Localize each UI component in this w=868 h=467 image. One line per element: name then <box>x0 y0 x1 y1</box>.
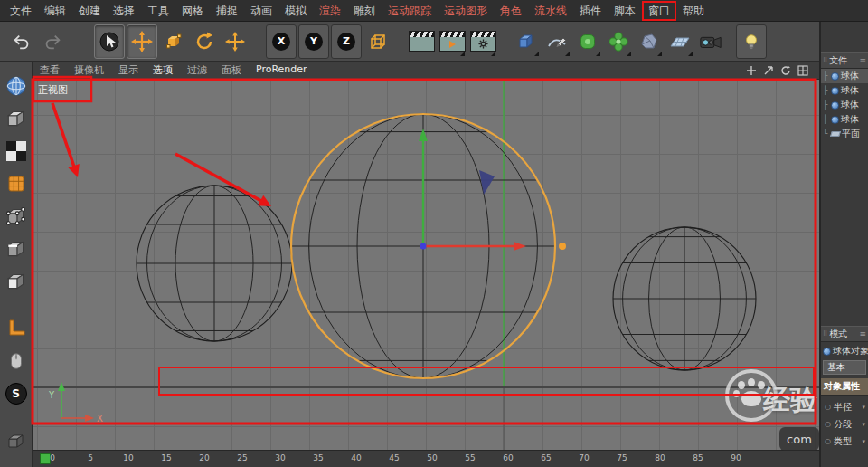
viewport[interactable]: 正视图 YX <box>33 80 819 450</box>
attribute-row[interactable]: ○半径▾ <box>821 398 868 415</box>
workplane-cube-icon <box>5 430 27 452</box>
object-tree-item[interactable]: ├球体 <box>821 83 868 98</box>
keyframe-dot-icon[interactable]: ○ <box>825 403 831 411</box>
lock-x-button[interactable]: X <box>266 24 297 59</box>
attribute-row[interactable]: ○分段▾ <box>821 415 868 433</box>
lock-y-button[interactable]: Y <box>298 24 329 59</box>
axis-mode-button[interactable] <box>3 315 30 342</box>
attribute-object-row[interactable]: 球体对象 <box>821 344 868 358</box>
scale-tool[interactable] <box>159 25 188 58</box>
uv-grid-button[interactable] <box>3 170 30 197</box>
panel-grip-icon[interactable]: ⠿ <box>823 57 827 64</box>
points-mode-button[interactable] <box>3 203 30 230</box>
object-tree-item[interactable]: ├球体 <box>821 112 868 127</box>
menubar-item[interactable]: 角色 <box>494 1 528 21</box>
live-selection-tool[interactable] <box>94 24 125 59</box>
viewport-menu-item[interactable]: 摄像机 <box>67 63 111 77</box>
menubar-item[interactable]: 模拟 <box>278 1 313 21</box>
chevron-down-icon[interactable]: ▾ <box>862 421 865 428</box>
workplane-button[interactable] <box>3 427 30 454</box>
menubar-item[interactable]: 雕刻 <box>347 1 382 21</box>
menubar-item[interactable]: 编辑 <box>38 1 72 21</box>
make-editable-button[interactable] <box>3 72 30 100</box>
viewport-menu-item[interactable]: 过滤 <box>180 63 214 77</box>
tab-basic[interactable]: 基本 <box>823 360 866 375</box>
menubar-item[interactable]: 插件 <box>573 1 608 21</box>
attribute-row[interactable]: ○类型▾ <box>821 433 868 450</box>
panel-menu-icon[interactable]: ≡ <box>859 56 866 65</box>
floor-button[interactable] <box>665 25 694 58</box>
redo-button[interactable] <box>38 25 67 58</box>
attribute-object-label: 球体对象 <box>833 345 868 357</box>
timeline-tick: 35 <box>313 453 323 462</box>
camera-button[interactable] <box>696 25 725 58</box>
object-manager-title: 文件 <box>829 54 847 67</box>
menubar-item[interactable]: 动画 <box>244 1 278 21</box>
object-label: 球体 <box>841 84 859 97</box>
viewport-nav <box>746 65 819 76</box>
coordinate-system-button[interactable] <box>363 25 392 58</box>
object-tree-item[interactable]: ├球体 <box>821 69 868 83</box>
viewport-menu-items: 查看摄像机显示选项过滤面板ProRender <box>33 63 315 77</box>
viewport-menu-bar: 查看摄像机显示选项过滤面板ProRender <box>33 62 819 80</box>
menubar-item[interactable]: 捕捉 <box>210 1 244 21</box>
viewport-menu-item[interactable]: 面板 <box>214 63 249 77</box>
subdivision-surface-button[interactable] <box>573 25 602 58</box>
chevron-down-icon[interactable]: ▾ <box>862 438 865 445</box>
edges-mode-button[interactable] <box>3 235 30 262</box>
chevron-down-icon[interactable]: ▾ <box>862 404 865 411</box>
render-view-button[interactable] <box>407 25 436 58</box>
menubar-item[interactable]: 工具 <box>141 1 175 21</box>
viewport-menu-item[interactable]: 查看 <box>33 63 67 77</box>
panel-grip-icon[interactable]: ⠿ <box>823 330 827 338</box>
menubar-item[interactable]: 渲染 <box>313 1 347 21</box>
light-button[interactable] <box>736 24 767 59</box>
spline-pen-button[interactable] <box>542 25 571 58</box>
texture-mode-button[interactable] <box>3 138 30 165</box>
move-tool[interactable] <box>127 24 157 59</box>
zoom-view-icon[interactable] <box>763 65 774 76</box>
render-settings-button[interactable] <box>468 25 497 58</box>
menubar-item[interactable]: 脚本 <box>608 1 642 21</box>
menubar-item[interactable]: 网格 <box>175 1 210 21</box>
undo-button[interactable] <box>7 25 36 58</box>
object-label: 球体 <box>841 99 859 111</box>
rotate-tool[interactable] <box>190 25 219 58</box>
sphere-object-icon <box>823 348 831 356</box>
primitive-cube-button[interactable] <box>512 25 541 58</box>
keyframe-dot-icon[interactable]: ○ <box>825 420 831 428</box>
timeline-ruler[interactable]: 051015202530354045505560657075808590 <box>33 450 819 467</box>
keyframe-dot-icon[interactable]: ○ <box>825 437 831 445</box>
viewport-input-button[interactable] <box>3 348 30 375</box>
polygon-cube-icon <box>5 270 28 293</box>
model-cube-icon <box>5 107 28 130</box>
lock-z-button[interactable]: Z <box>331 24 362 59</box>
snap-icon: S <box>5 383 27 405</box>
snap-button[interactable]: S <box>3 380 30 407</box>
rotate-view-icon[interactable] <box>780 65 791 76</box>
viewport-menu-item[interactable]: 选项 <box>146 63 180 77</box>
menubar-item[interactable]: 流水线 <box>528 1 573 21</box>
clapperboard-icon <box>409 31 435 52</box>
viewport-menu-item[interactable]: ProRender <box>249 63 315 77</box>
menubar-item[interactable]: 选择 <box>107 1 141 21</box>
object-tree-item[interactable]: └平面 <box>821 127 868 141</box>
menubar-item[interactable]: 运动图形 <box>438 1 494 21</box>
panel-menu-icon[interactable]: ≡ <box>859 329 866 338</box>
pan-view-icon[interactable] <box>746 65 757 76</box>
menubar-item[interactable]: 创建 <box>72 1 107 21</box>
toggle-views-icon[interactable] <box>797 65 808 76</box>
model-mode-button[interactable] <box>3 105 30 132</box>
timeline-tick: 20 <box>199 453 209 462</box>
last-used-tool[interactable] <box>221 25 250 58</box>
mograph-button[interactable] <box>604 25 633 58</box>
menubar-item[interactable]: 帮助 <box>676 1 711 21</box>
volume-button[interactable] <box>635 25 664 58</box>
menubar-item[interactable]: 运动跟踪 <box>382 1 438 21</box>
polygons-mode-button[interactable] <box>3 268 30 295</box>
object-tree-item[interactable]: ├球体 <box>821 98 868 112</box>
menubar-item[interactable]: 文件 <box>4 1 38 21</box>
render-picture-viewer-button[interactable] <box>438 25 467 58</box>
menubar-item[interactable]: 窗口 <box>642 1 676 21</box>
viewport-menu-item[interactable]: 显示 <box>111 63 146 77</box>
